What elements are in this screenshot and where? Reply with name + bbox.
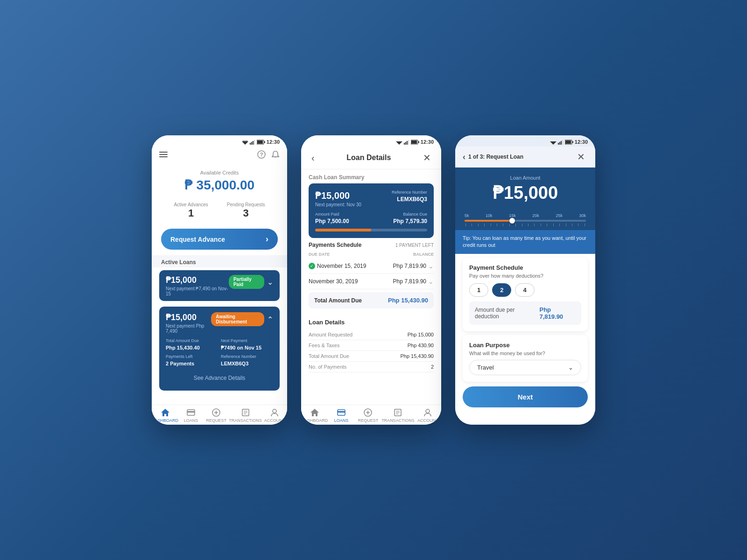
- svg-marker-13: [161, 409, 169, 416]
- request-advance-button[interactable]: Request Advance: [161, 229, 278, 250]
- loan-badge-1: Partially Paid: [229, 275, 264, 289]
- slider-thumb[interactable]: [509, 218, 515, 224]
- balance-header: BALANCE: [413, 252, 434, 257]
- svg-rect-8: [264, 141, 265, 143]
- modal-header-2: ‹ Loan Details ✕: [301, 147, 441, 169]
- home-icon: [161, 408, 170, 417]
- screen2-loan-details: 12:30 ‹ Loan Details ✕ Cash Loan Summary…: [301, 135, 441, 425]
- nav-dashboard-label-1: DASHBOARD: [152, 418, 178, 423]
- active-advances-value: 1: [174, 207, 208, 219]
- progress-bar: [315, 229, 427, 231]
- ld-title: Loan Details: [309, 319, 434, 326]
- ld-value-3: Php 15,430.90: [400, 353, 434, 359]
- account-icon: [270, 408, 279, 417]
- slider-track[interactable]: [465, 220, 586, 222]
- summary-ref: Reference Number LEMXB6Q3: [392, 190, 427, 203]
- slider-fill: [465, 220, 511, 222]
- nav-request-1[interactable]: REQUEST: [204, 405, 229, 425]
- next-payment-item-label: Next Payment: [221, 338, 273, 343]
- lp-title: Loan Purpose: [469, 342, 581, 349]
- svg-rect-3: [251, 142, 252, 145]
- nav-account-2[interactable]: ACCOUNT: [415, 405, 441, 425]
- loan-card-2[interactable]: ₱15,000 Next payment Php 7,490 Awaiting …: [159, 307, 280, 391]
- help-icon[interactable]: ?: [257, 150, 266, 159]
- slider-ticks: [465, 224, 586, 226]
- request-icon-2: [363, 408, 373, 417]
- status-icons-3: 12:30: [550, 139, 588, 145]
- amount-paid-item: Amount Paid Php 7,500.00: [315, 212, 349, 225]
- ld-row-2: Fees & Taxes Php 430.90: [309, 340, 434, 351]
- ps-title: Payments Schedule: [309, 242, 361, 248]
- stats-row: Active Advances 1 Pending Requests 3: [152, 198, 287, 223]
- nav-loans-1[interactable]: LOANS: [178, 405, 204, 425]
- svg-rect-7: [257, 140, 263, 144]
- ps-date-text-1: November 15, 2019: [317, 263, 366, 269]
- time-display-3: 12:30: [575, 139, 588, 145]
- nav-request-2[interactable]: REQUEST: [355, 405, 381, 425]
- nav-dashboard-2[interactable]: DASHBOARD: [301, 405, 328, 425]
- close-button-3[interactable]: ✕: [574, 150, 588, 163]
- nav-dashboard-label-2: DASHBOARD: [301, 418, 328, 423]
- signal-icon-3: [558, 140, 564, 145]
- hamburger-menu[interactable]: [159, 152, 168, 157]
- chevron-icon-1[interactable]: ⌄: [428, 262, 434, 270]
- nav-account-1[interactable]: ACCOUNT: [262, 405, 287, 425]
- nav-dashboard-1[interactable]: DASHBOARD: [152, 405, 178, 425]
- svg-rect-47: [562, 140, 563, 145]
- next-payment-item-value: ₱7490 on Nov 15: [221, 345, 261, 350]
- collapse-icon-2[interactable]: [267, 315, 273, 324]
- total-amount-due-label: Total Amount Due: [166, 338, 218, 343]
- total-amount-due-item: Total Amount Due Php 15,430.40: [166, 338, 218, 351]
- screens-container: 12:30 ?: [152, 135, 595, 425]
- back-icon-3[interactable]: ‹: [463, 152, 465, 162]
- see-details-button[interactable]: See Advance Details: [166, 371, 273, 385]
- payment-schedule-section: Payments Schedule 1 PAYMENT LEFT DUE DAT…: [301, 238, 441, 315]
- summary-left: ₱15,000 Next payment: Nov 30: [315, 190, 361, 207]
- nav-loans-2[interactable]: LOANS: [328, 405, 354, 425]
- deduction-btn-2[interactable]: 2: [492, 283, 511, 297]
- bottom-nav-1: DASHBOARD LOANS REQUEST: [152, 405, 287, 425]
- transactions-icon: [241, 408, 250, 417]
- battery-icon-1: [257, 140, 265, 145]
- status-icons-1: 12:30: [242, 139, 280, 145]
- purpose-dropdown[interactable]: Travel ⌄: [469, 360, 581, 375]
- credits-label: Available Credits: [161, 170, 278, 175]
- nav-account-label-1: ACCOUNT: [264, 418, 285, 423]
- request-advance-label: Request Advance: [170, 236, 225, 243]
- ps-row-2: November 30, 2019 Php 7,819.90 ⌄: [309, 274, 434, 289]
- battery-icon-2: [411, 140, 419, 145]
- ps-date-2: November 30, 2019: [309, 278, 358, 285]
- svg-rect-30: [411, 140, 417, 144]
- loan-amount-label: Loan Amount: [465, 175, 586, 181]
- loan-details-scroll[interactable]: Cash Loan Summary ₱15,000 Next payment: …: [301, 169, 441, 405]
- loan-card-2-header: ₱15,000 Next payment Php 7,490 Awaiting …: [166, 312, 273, 334]
- summary-amount: ₱15,000: [315, 190, 361, 201]
- next-payment-item: Next Payment ₱7490 on Nov 15: [221, 338, 273, 351]
- amount-paid-value: Php 7,500.00: [315, 218, 349, 224]
- nav-transactions-1[interactable]: TRANSACTIONS: [229, 405, 262, 425]
- svg-text:?: ?: [260, 152, 263, 157]
- bottom-nav-2: DASHBOARD LOANS REQUEST: [301, 405, 441, 425]
- signal-icon-2: [404, 140, 409, 145]
- loan-card-1[interactable]: ₱15,000 Next payment ₱7,490 on Nov-15 Pa…: [159, 270, 280, 301]
- nav-transactions-2[interactable]: TRANSACTIONS: [381, 405, 415, 425]
- status-icons-2: 12:30: [396, 139, 434, 145]
- ld-row-3: Total Amount Due Php 15,430.90: [309, 351, 434, 362]
- ld-row-4: No. of Payments 2: [309, 362, 434, 372]
- deduction-btn-1[interactable]: 1: [469, 283, 488, 297]
- bell-icon[interactable]: [271, 150, 280, 159]
- svg-rect-5: [254, 140, 255, 145]
- loan-amount-section: Loan Amount ₱15,000: [455, 168, 595, 210]
- svg-rect-4: [253, 141, 254, 145]
- close-button-2[interactable]: ✕: [420, 151, 434, 164]
- deduction-btn-4[interactable]: 4: [515, 283, 534, 297]
- chevron-icon-2[interactable]: ⌄: [428, 278, 434, 285]
- request-icon: [211, 408, 221, 417]
- expand-icon-1[interactable]: [267, 278, 273, 287]
- next-button[interactable]: Next: [463, 386, 588, 407]
- tip-text: Tip: You can loan as many time as you wa…: [463, 235, 588, 249]
- payments-left-label: Payments Left: [166, 354, 218, 359]
- svg-rect-46: [561, 141, 562, 145]
- due-date-header: DUE DATE: [309, 252, 330, 257]
- back-button-2[interactable]: ‹: [309, 152, 317, 164]
